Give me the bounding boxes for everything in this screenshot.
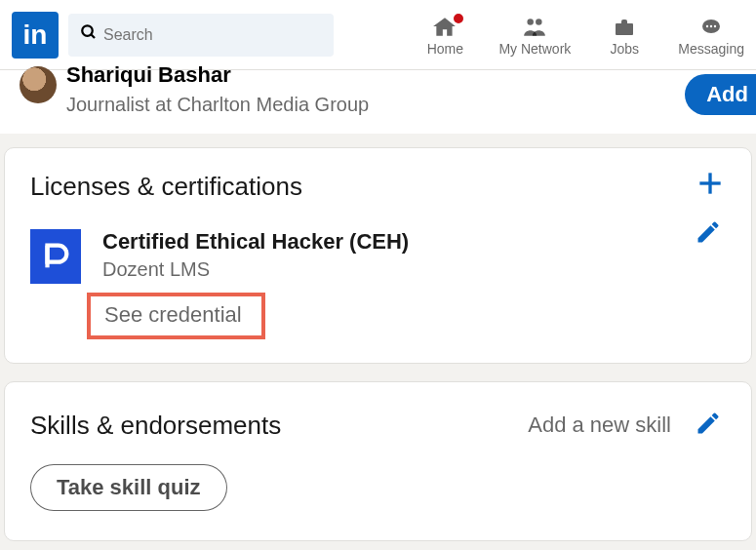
svg-point-0 [82,25,93,36]
avatar[interactable] [20,66,57,103]
section-heading: Skills & endorsements [30,411,508,441]
take-skill-quiz-button[interactable]: Take skill quiz [30,464,227,511]
plus-icon [695,168,726,199]
certification-logo [30,229,81,284]
home-icon [432,14,458,41]
svg-point-7 [710,24,712,26]
briefcase-icon [613,14,636,41]
certification-org: Dozent LMS [102,258,726,281]
section-heading: Licenses & certifications [30,172,726,202]
svg-line-1 [91,34,95,38]
add-skill-link[interactable]: Add a new skill [528,412,671,438]
pencil-icon [695,410,722,437]
profile-name: Shariqui Bashar [66,62,369,88]
svg-point-3 [536,19,542,24]
profile-strip: Shariqui Bashar Journalist at Charlton M… [0,70,756,134]
edit-skills-button[interactable] [691,406,726,445]
skills-card: Skills & endorsements Add a new skill Ta… [4,381,752,541]
nav-label: Jobs [611,41,640,57]
messaging-icon [699,14,723,41]
certification-item: Certified Ethical Hacker (CEH) Dozent LM… [30,229,726,339]
profile-title: Journalist at Charlton Media Group [66,94,369,116]
nav-label: Messaging [678,41,744,57]
nav-label: My Network [498,41,571,57]
notification-badge [452,12,465,25]
svg-point-8 [714,24,716,26]
nav-jobs[interactable]: Jobs [600,14,649,57]
top-header: in Home My Network Jobs [0,0,756,70]
search-input[interactable] [103,26,322,44]
nav-label: Home [427,41,463,57]
svg-point-2 [528,19,535,24]
search-icon [80,23,98,46]
see-credential-link[interactable]: See credential [87,293,265,339]
network-icon [522,14,547,41]
linkedin-logo[interactable]: in [12,12,59,59]
certification-title: Certified Ethical Hacker (CEH) [102,229,726,255]
licenses-card: Licenses & certifications Certified Ethi… [4,147,752,364]
add-certification-button[interactable] [695,168,726,203]
nav-network[interactable]: My Network [498,14,571,57]
search-box[interactable] [68,14,334,57]
nav-messaging[interactable]: Messaging [678,14,744,57]
svg-point-6 [706,24,708,26]
pencil-icon [695,218,722,246]
top-nav: Home My Network Jobs Messaging [420,14,744,57]
edit-certification-button[interactable] [691,215,726,254]
nav-home[interactable]: Home [420,14,469,57]
add-section-button[interactable]: Add [685,74,756,115]
svg-rect-4 [616,23,633,35]
